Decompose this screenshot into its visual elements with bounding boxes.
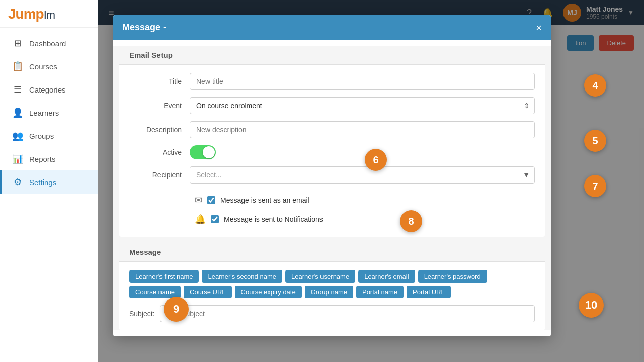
sidebar-item-label: Settings [29,178,56,187]
courses-icon: 📋 [12,61,23,72]
dashboard-icon: ⊞ [12,38,23,49]
logo-area: JumpIm [0,0,98,28]
recipient-row: Recipient Select... ▼ [129,166,535,184]
learners-icon: 👤 [12,107,23,118]
groups-icon: 👥 [12,130,23,141]
title-input[interactable] [190,73,535,90]
sidebar-item-label: Dashboard [29,39,66,48]
description-input[interactable] [190,121,535,138]
logo: JumpIm [8,6,90,22]
tag-email[interactable]: Learner's email [358,270,415,283]
annotation-bubble-9: 9 [164,297,189,322]
title-row: Title [129,73,535,90]
notifications-checkbox[interactable] [211,215,219,223]
sidebar-item-dashboard[interactable]: ⊞ Dashboard [0,32,98,55]
event-select[interactable]: On course enrolment On course completion… [190,97,535,114]
tag-username[interactable]: Learner's username [285,270,355,283]
sidebar-nav: ⊞ Dashboard 📋 Courses ☰ Categories 👤 Lea… [0,28,98,194]
subject-label: Subject: [129,310,155,318]
annotation-bubble-10: 10 [579,293,604,318]
bell-checkbox-icon: 🔔 [195,214,206,225]
tags-row: Learner's first name Learner's second na… [129,270,535,298]
modal: Message - × Email Setup Title Event On c… [113,15,551,336]
sidebar-item-label: Reports [29,155,56,163]
recipient-select[interactable]: Select... [190,166,535,184]
event-label: Event [129,102,190,110]
message-section-title: Message [119,243,545,262]
sidebar-item-label: Courses [29,62,57,71]
toggle-wrapper [190,145,216,159]
sidebar-item-settings[interactable]: ⚙ Settings [0,170,98,194]
tag-portal-name[interactable]: Portal name [356,286,404,298]
modal-body: Email Setup Title Event On course enrolm… [113,46,551,330]
notifications-checkbox-row: 🔔 Message is sent to Notifications [129,210,535,229]
sidebar-item-label: Groups [29,132,54,140]
title-label: Title [129,77,190,85]
sidebar-item-groups[interactable]: 👥 Groups [0,124,98,147]
tag-group-name[interactable]: Group name [305,286,353,298]
active-row: Active [129,145,535,159]
tag-course-url[interactable]: Course URL [184,286,232,298]
sidebar-item-courses[interactable]: 📋 Courses [0,55,98,78]
subject-row: Subject: [129,305,535,322]
description-row: Description [129,121,535,138]
tag-first-name[interactable]: Learner's first name [129,270,199,283]
annotation-bubble-5: 5 [584,130,606,152]
tag-portal-url[interactable]: Portal URL [407,286,451,298]
notifications-checkbox-label: Message is sent to Notifications [224,215,323,223]
recipient-label: Recipient [129,171,190,179]
sidebar-item-label: Categories [29,85,66,94]
annotation-bubble-6: 6 [365,149,387,171]
modal-close-button[interactable]: × [536,23,542,33]
annotation-bubble-8: 8 [400,210,422,232]
tag-course-name[interactable]: Course name [129,286,181,298]
sidebar-item-label: Learners [29,109,59,117]
email-checkbox[interactable] [207,196,215,204]
annotation-bubble-7: 7 [584,175,606,197]
reports-icon: 📊 [12,153,23,164]
email-setup-title: Email Setup [119,46,545,65]
active-toggle[interactable] [190,145,216,159]
sidebar-item-reports[interactable]: 📊 Reports [0,147,98,170]
tag-password[interactable]: Learner's password [418,270,487,283]
categories-icon: ☰ [12,84,23,95]
event-row: Event On course enrolment On course comp… [129,97,535,114]
main-content: ≡ ? 🔔 MJ Matt Jones 1955 points ▼ tion D… [98,0,644,362]
event-select-wrapper: On course enrolment On course completion… [190,97,535,114]
sidebar: JumpIm ⊞ Dashboard 📋 Courses ☰ Categorie… [0,0,98,362]
description-label: Description [129,126,190,134]
annotation-bubble-4: 4 [584,74,606,97]
modal-title: Message - [122,22,166,33]
active-label: Active [129,148,190,156]
email-checkbox-row: ✉ Message is sent as an email [129,191,535,210]
modal-header: Message - × [113,15,551,40]
recipient-select-wrapper: Select... ▼ [190,166,535,184]
email-setup-section: Email Setup Title Event On course enrolm… [119,46,545,237]
sidebar-item-learners[interactable]: 👤 Learners [0,101,98,124]
tag-course-expiry[interactable]: Course expiry date [235,286,302,298]
settings-icon: ⚙ [12,176,23,188]
email-icon: ✉ [195,195,202,206]
sidebar-item-categories[interactable]: ☰ Categories [0,78,98,101]
subject-input[interactable] [160,305,535,322]
tag-second-name[interactable]: Learner's second name [202,270,282,283]
email-checkbox-label: Message is sent as an email [220,196,309,204]
